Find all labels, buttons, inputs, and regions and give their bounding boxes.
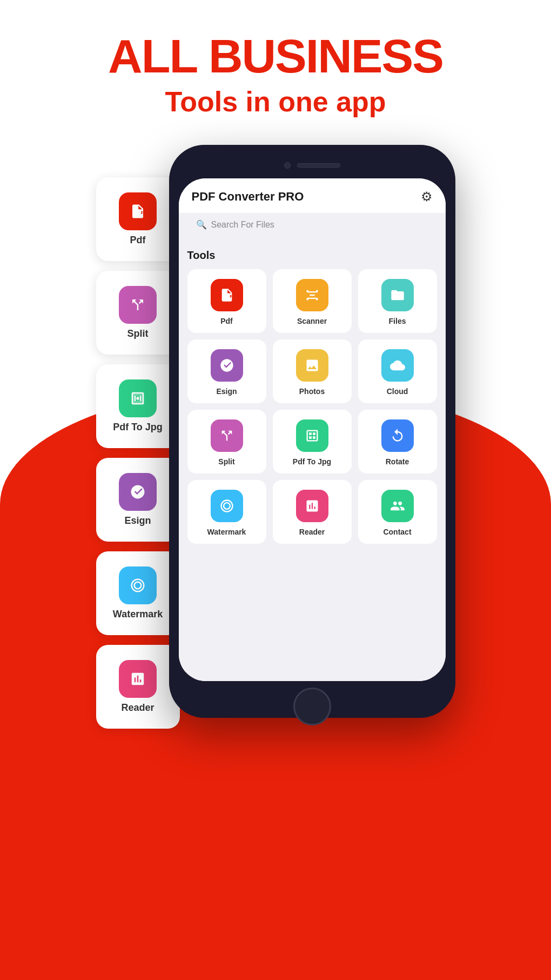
reader-icon <box>130 671 146 687</box>
side-icon-reader-label: Reader <box>121 702 154 714</box>
tool-photos[interactable]: Photos <box>273 339 352 403</box>
tool-files[interactable]: Files <box>358 269 437 333</box>
tool-scanner-icon <box>296 279 328 311</box>
tool-reader-icon <box>296 490 328 522</box>
pdftojpg-icon-bg <box>119 379 157 417</box>
tool-rotate-icon <box>381 419 414 452</box>
search-placeholder-text: Search For Files <box>211 220 274 230</box>
tool-files-label: Files <box>389 317 406 325</box>
scanner-tool-svg <box>305 288 320 303</box>
phone-body: PDF Converter PRO ⚙ 🔍 Search For Files T… <box>169 145 455 718</box>
tool-contact-icon <box>381 490 414 522</box>
tool-photos-icon <box>296 349 328 382</box>
tool-pdf[interactable]: Pdf <box>187 269 266 333</box>
side-icon-split[interactable]: Split <box>96 271 180 355</box>
svg-rect-1 <box>306 290 308 292</box>
app-header: PDF Converter PRO ⚙ <box>179 178 446 213</box>
screen-body: Tools Pdf <box>179 245 446 681</box>
svg-rect-3 <box>306 298 308 301</box>
tool-split-icon <box>211 419 243 452</box>
pdf-icon-bg <box>119 192 157 230</box>
tool-pdftojpg-label: Pdf To Jpg <box>293 457 331 466</box>
tool-files-icon <box>381 279 414 311</box>
side-icon-pdf-label: Pdf <box>130 235 146 246</box>
main-content: Pdf Split Pdf To Jpg Esign Watermark <box>0 134 551 729</box>
phone-home-button[interactable] <box>293 688 331 725</box>
tool-scanner[interactable]: Scanner <box>273 269 352 333</box>
tool-watermark-icon <box>211 490 243 522</box>
tool-pdftojpg[interactable]: Pdf To Jpg <box>273 410 352 474</box>
tool-pdf-label: Pdf <box>220 317 233 325</box>
side-icon-pdf[interactable]: Pdf <box>96 177 180 261</box>
cloud-tool-svg <box>390 358 405 373</box>
phone-camera <box>284 162 291 169</box>
photos-tool-svg <box>305 358 320 373</box>
tool-rotate-label: Rotate <box>386 457 409 466</box>
split-icon <box>130 297 146 313</box>
watermark-icon-bg <box>119 566 157 604</box>
esign-tool-svg <box>219 358 234 373</box>
pdf-tool-svg <box>219 288 234 303</box>
tool-photos-label: Photos <box>299 387 325 396</box>
reader-icon-bg <box>119 660 157 698</box>
tool-split[interactable]: Split <box>187 410 266 474</box>
side-icon-pdftojpg-label: Pdf To Jpg <box>113 422 163 433</box>
tool-pdf-icon <box>211 279 243 311</box>
search-bar[interactable]: 🔍 Search For Files <box>187 213 437 236</box>
tool-scanner-label: Scanner <box>297 317 327 325</box>
side-icons-list: Pdf Split Pdf To Jpg Esign Watermark <box>96 177 180 729</box>
tool-watermark[interactable]: Watermark <box>187 480 266 544</box>
svg-rect-2 <box>316 290 318 292</box>
side-icon-watermark[interactable]: Watermark <box>96 551 180 635</box>
rotate-tool-svg <box>390 428 405 443</box>
tool-esign[interactable]: Esign <box>187 339 266 403</box>
settings-icon[interactable]: ⚙ <box>421 189 433 204</box>
phone-speaker <box>297 163 340 168</box>
side-icon-watermark-label: Watermark <box>113 609 163 620</box>
tool-esign-icon <box>211 349 243 382</box>
pdftojpg-tool-svg <box>305 428 320 443</box>
svg-rect-0 <box>137 397 139 400</box>
tool-split-label: Split <box>218 457 234 466</box>
tool-cloud-icon <box>381 349 414 382</box>
reader-tool-svg <box>305 498 320 514</box>
files-tool-svg <box>390 288 405 303</box>
tools-grid: Pdf Scanner <box>187 269 437 544</box>
contact-tool-svg <box>390 498 405 514</box>
tool-cloud[interactable]: Cloud <box>358 339 437 403</box>
app-title: PDF Converter PRO <box>192 190 304 204</box>
header-section: ALL BUSINESS Tools in one app <box>0 0 551 134</box>
tool-watermark-label: Watermark <box>207 528 246 536</box>
side-icon-esign[interactable]: Esign <box>96 458 180 542</box>
phone-mockup: PDF Converter PRO ⚙ 🔍 Search For Files T… <box>169 145 455 718</box>
headline-line2: Tools in one app <box>11 85 540 118</box>
pdftojpg-icon <box>130 390 146 406</box>
side-icon-reader[interactable]: Reader <box>96 645 180 729</box>
split-tool-svg <box>219 428 234 443</box>
tool-pdftojpg-icon <box>296 419 328 452</box>
tool-rotate[interactable]: Rotate <box>358 410 437 474</box>
tool-contact[interactable]: Contact <box>358 480 437 544</box>
phone-notch <box>179 155 446 176</box>
svg-rect-4 <box>316 298 318 301</box>
side-icon-esign-label: Esign <box>124 515 151 526</box>
tool-cloud-label: Cloud <box>387 387 408 396</box>
split-icon-bg <box>119 286 157 324</box>
side-icon-split-label: Split <box>127 328 149 339</box>
pdf-icon <box>130 203 146 219</box>
esign-icon-bg <box>119 473 157 511</box>
tool-reader-label: Reader <box>299 528 325 536</box>
headline-line1: ALL BUSINESS <box>11 32 540 80</box>
tool-contact-label: Contact <box>383 528 411 536</box>
side-icon-pdf-to-jpg[interactable]: Pdf To Jpg <box>96 364 180 448</box>
phone-screen: PDF Converter PRO ⚙ 🔍 Search For Files T… <box>179 178 446 681</box>
tools-section-label: Tools <box>187 249 437 262</box>
tool-esign-label: Esign <box>216 387 237 396</box>
esign-icon <box>130 484 146 500</box>
watermark-icon <box>130 577 146 594</box>
tool-reader[interactable]: Reader <box>273 480 352 544</box>
search-icon: 🔍 <box>196 219 207 230</box>
watermark-tool-svg <box>219 498 234 514</box>
